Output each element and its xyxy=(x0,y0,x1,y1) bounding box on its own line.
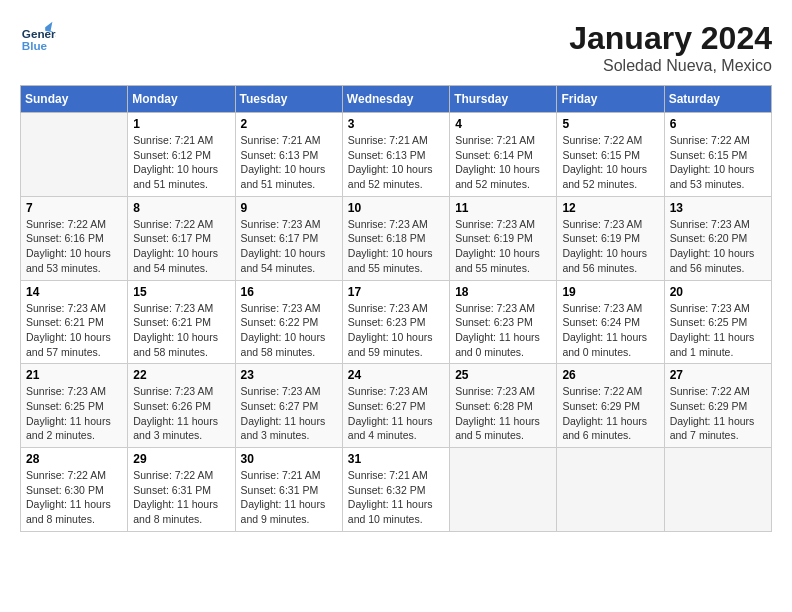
day-number: 12 xyxy=(562,201,658,215)
header-day-thursday: Thursday xyxy=(450,86,557,113)
week-row-3: 14Sunrise: 7:23 AM Sunset: 6:21 PM Dayli… xyxy=(21,280,772,364)
day-cell: 27Sunrise: 7:22 AM Sunset: 6:29 PM Dayli… xyxy=(664,364,771,448)
header-day-tuesday: Tuesday xyxy=(235,86,342,113)
header-day-friday: Friday xyxy=(557,86,664,113)
day-cell: 13Sunrise: 7:23 AM Sunset: 6:20 PM Dayli… xyxy=(664,196,771,280)
day-info: Sunrise: 7:23 AM Sunset: 6:19 PM Dayligh… xyxy=(455,217,551,276)
day-info: Sunrise: 7:23 AM Sunset: 6:17 PM Dayligh… xyxy=(241,217,337,276)
day-cell: 24Sunrise: 7:23 AM Sunset: 6:27 PM Dayli… xyxy=(342,364,449,448)
calendar-header: SundayMondayTuesdayWednesdayThursdayFrid… xyxy=(21,86,772,113)
day-number: 22 xyxy=(133,368,229,382)
day-info: Sunrise: 7:21 AM Sunset: 6:32 PM Dayligh… xyxy=(348,468,444,527)
week-row-4: 21Sunrise: 7:23 AM Sunset: 6:25 PM Dayli… xyxy=(21,364,772,448)
day-cell: 5Sunrise: 7:22 AM Sunset: 6:15 PM Daylig… xyxy=(557,113,664,197)
day-info: Sunrise: 7:23 AM Sunset: 6:18 PM Dayligh… xyxy=(348,217,444,276)
day-cell: 9Sunrise: 7:23 AM Sunset: 6:17 PM Daylig… xyxy=(235,196,342,280)
week-row-1: 1Sunrise: 7:21 AM Sunset: 6:12 PM Daylig… xyxy=(21,113,772,197)
day-number: 23 xyxy=(241,368,337,382)
day-cell: 8Sunrise: 7:22 AM Sunset: 6:17 PM Daylig… xyxy=(128,196,235,280)
day-info: Sunrise: 7:23 AM Sunset: 6:28 PM Dayligh… xyxy=(455,384,551,443)
day-cell: 29Sunrise: 7:22 AM Sunset: 6:31 PM Dayli… xyxy=(128,448,235,532)
day-cell: 2Sunrise: 7:21 AM Sunset: 6:13 PM Daylig… xyxy=(235,113,342,197)
calendar-body: 1Sunrise: 7:21 AM Sunset: 6:12 PM Daylig… xyxy=(21,113,772,532)
header-day-monday: Monday xyxy=(128,86,235,113)
day-info: Sunrise: 7:23 AM Sunset: 6:22 PM Dayligh… xyxy=(241,301,337,360)
day-info: Sunrise: 7:22 AM Sunset: 6:15 PM Dayligh… xyxy=(562,133,658,192)
day-info: Sunrise: 7:23 AM Sunset: 6:19 PM Dayligh… xyxy=(562,217,658,276)
day-info: Sunrise: 7:23 AM Sunset: 6:24 PM Dayligh… xyxy=(562,301,658,360)
header-day-saturday: Saturday xyxy=(664,86,771,113)
day-number: 20 xyxy=(670,285,766,299)
day-cell xyxy=(21,113,128,197)
day-number: 28 xyxy=(26,452,122,466)
day-cell: 30Sunrise: 7:21 AM Sunset: 6:31 PM Dayli… xyxy=(235,448,342,532)
day-number: 5 xyxy=(562,117,658,131)
day-number: 17 xyxy=(348,285,444,299)
day-info: Sunrise: 7:23 AM Sunset: 6:27 PM Dayligh… xyxy=(348,384,444,443)
day-cell: 17Sunrise: 7:23 AM Sunset: 6:23 PM Dayli… xyxy=(342,280,449,364)
day-cell: 19Sunrise: 7:23 AM Sunset: 6:24 PM Dayli… xyxy=(557,280,664,364)
day-cell: 1Sunrise: 7:21 AM Sunset: 6:12 PM Daylig… xyxy=(128,113,235,197)
day-info: Sunrise: 7:22 AM Sunset: 6:16 PM Dayligh… xyxy=(26,217,122,276)
week-row-2: 7Sunrise: 7:22 AM Sunset: 6:16 PM Daylig… xyxy=(21,196,772,280)
day-info: Sunrise: 7:23 AM Sunset: 6:21 PM Dayligh… xyxy=(26,301,122,360)
day-info: Sunrise: 7:23 AM Sunset: 6:23 PM Dayligh… xyxy=(348,301,444,360)
day-info: Sunrise: 7:22 AM Sunset: 6:17 PM Dayligh… xyxy=(133,217,229,276)
day-number: 25 xyxy=(455,368,551,382)
calendar-table: SundayMondayTuesdayWednesdayThursdayFrid… xyxy=(20,85,772,532)
day-info: Sunrise: 7:22 AM Sunset: 6:29 PM Dayligh… xyxy=(670,384,766,443)
day-number: 9 xyxy=(241,201,337,215)
day-cell: 10Sunrise: 7:23 AM Sunset: 6:18 PM Dayli… xyxy=(342,196,449,280)
page-title: January 2024 xyxy=(569,20,772,57)
day-info: Sunrise: 7:22 AM Sunset: 6:29 PM Dayligh… xyxy=(562,384,658,443)
day-number: 4 xyxy=(455,117,551,131)
day-number: 27 xyxy=(670,368,766,382)
day-info: Sunrise: 7:23 AM Sunset: 6:20 PM Dayligh… xyxy=(670,217,766,276)
day-number: 29 xyxy=(133,452,229,466)
page-subtitle: Soledad Nueva, Mexico xyxy=(569,57,772,75)
day-info: Sunrise: 7:21 AM Sunset: 6:13 PM Dayligh… xyxy=(348,133,444,192)
day-info: Sunrise: 7:23 AM Sunset: 6:26 PM Dayligh… xyxy=(133,384,229,443)
day-info: Sunrise: 7:22 AM Sunset: 6:30 PM Dayligh… xyxy=(26,468,122,527)
day-number: 11 xyxy=(455,201,551,215)
day-cell: 22Sunrise: 7:23 AM Sunset: 6:26 PM Dayli… xyxy=(128,364,235,448)
day-number: 15 xyxy=(133,285,229,299)
day-cell: 6Sunrise: 7:22 AM Sunset: 6:15 PM Daylig… xyxy=(664,113,771,197)
day-cell: 20Sunrise: 7:23 AM Sunset: 6:25 PM Dayli… xyxy=(664,280,771,364)
day-number: 31 xyxy=(348,452,444,466)
day-cell: 26Sunrise: 7:22 AM Sunset: 6:29 PM Dayli… xyxy=(557,364,664,448)
logo-icon: General Blue xyxy=(20,20,56,56)
header-day-sunday: Sunday xyxy=(21,86,128,113)
header-row: SundayMondayTuesdayWednesdayThursdayFrid… xyxy=(21,86,772,113)
day-number: 13 xyxy=(670,201,766,215)
day-cell: 4Sunrise: 7:21 AM Sunset: 6:14 PM Daylig… xyxy=(450,113,557,197)
day-number: 8 xyxy=(133,201,229,215)
day-number: 21 xyxy=(26,368,122,382)
day-info: Sunrise: 7:23 AM Sunset: 6:25 PM Dayligh… xyxy=(670,301,766,360)
day-number: 18 xyxy=(455,285,551,299)
day-cell: 31Sunrise: 7:21 AM Sunset: 6:32 PM Dayli… xyxy=(342,448,449,532)
day-cell xyxy=(557,448,664,532)
day-info: Sunrise: 7:22 AM Sunset: 6:31 PM Dayligh… xyxy=(133,468,229,527)
page-header: General Blue January 2024 Soledad Nueva,… xyxy=(20,20,772,75)
day-number: 3 xyxy=(348,117,444,131)
day-number: 30 xyxy=(241,452,337,466)
day-info: Sunrise: 7:22 AM Sunset: 6:15 PM Dayligh… xyxy=(670,133,766,192)
day-number: 19 xyxy=(562,285,658,299)
day-info: Sunrise: 7:21 AM Sunset: 6:31 PM Dayligh… xyxy=(241,468,337,527)
day-cell xyxy=(664,448,771,532)
day-cell: 3Sunrise: 7:21 AM Sunset: 6:13 PM Daylig… xyxy=(342,113,449,197)
day-cell: 28Sunrise: 7:22 AM Sunset: 6:30 PM Dayli… xyxy=(21,448,128,532)
header-day-wednesday: Wednesday xyxy=(342,86,449,113)
day-number: 16 xyxy=(241,285,337,299)
day-number: 24 xyxy=(348,368,444,382)
day-info: Sunrise: 7:23 AM Sunset: 6:21 PM Dayligh… xyxy=(133,301,229,360)
day-info: Sunrise: 7:23 AM Sunset: 6:25 PM Dayligh… xyxy=(26,384,122,443)
svg-text:Blue: Blue xyxy=(22,39,48,52)
day-cell: 7Sunrise: 7:22 AM Sunset: 6:16 PM Daylig… xyxy=(21,196,128,280)
day-cell: 15Sunrise: 7:23 AM Sunset: 6:21 PM Dayli… xyxy=(128,280,235,364)
day-cell: 25Sunrise: 7:23 AM Sunset: 6:28 PM Dayli… xyxy=(450,364,557,448)
day-number: 6 xyxy=(670,117,766,131)
day-number: 10 xyxy=(348,201,444,215)
day-info: Sunrise: 7:23 AM Sunset: 6:27 PM Dayligh… xyxy=(241,384,337,443)
